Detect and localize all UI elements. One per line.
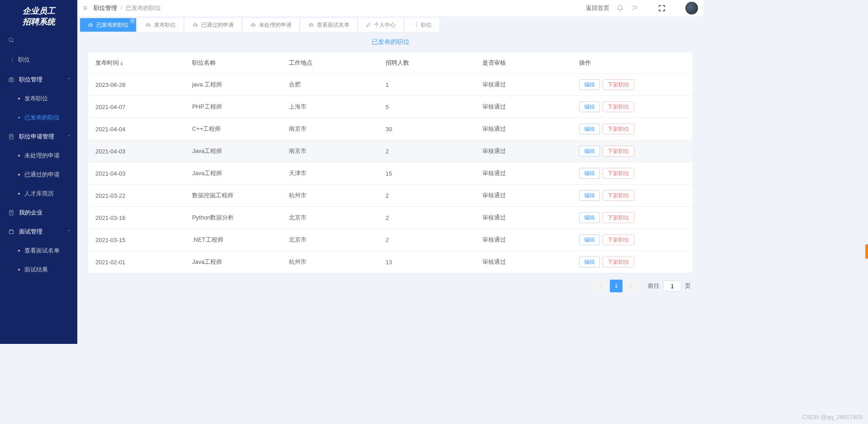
menu-icon [8, 229, 14, 235]
car-icon [308, 22, 314, 28]
remove-button[interactable]: 下架职位 [603, 146, 634, 157]
menu-collapse-icon[interactable] [83, 5, 89, 11]
menu-item-1-2[interactable]: 人才库简历 [0, 184, 77, 203]
edit-button[interactable]: 编辑 [579, 212, 600, 223]
cell-count: 2 [378, 140, 475, 162]
svg-rect-14 [89, 24, 93, 26]
breadcrumb-sep: / [121, 5, 123, 11]
remove-button[interactable]: 下架职位 [603, 124, 634, 134]
menu-icon [8, 76, 14, 83]
svg-rect-2 [9, 78, 14, 82]
sidebar-search[interactable] [0, 33, 77, 49]
cell-actions: 编辑下架职位 [572, 207, 693, 229]
tab-5[interactable]: 个人中心 [359, 18, 403, 32]
remove-button[interactable]: 下架职位 [603, 101, 634, 112]
menu-item-label: 发布职位 [24, 95, 48, 103]
table-row: 2021-03-15.NET工程师北京市2审核通过编辑下架职位 [88, 229, 693, 251]
bell-icon[interactable] [617, 5, 624, 12]
table-row: 2021-04-03Java工程师天津市15审核通过编辑下架职位 [88, 162, 693, 185]
menu-group-label: 我的企业 [19, 209, 42, 217]
cell-date: 2021-04-07 [88, 96, 185, 118]
dot-icon [18, 174, 20, 176]
menu-group-2[interactable]: 我的企业 [0, 203, 77, 222]
cell-audit: 审核通过 [475, 118, 572, 140]
fullscreen-icon[interactable] [658, 5, 665, 12]
tab-bar: 已发布的职位×发布职位已通过的申请未处理的申请查看面试名单个人中心〈职位 [77, 16, 703, 32]
cell-name: C++工程师 [185, 118, 282, 140]
remove-button[interactable]: 下架职位 [603, 212, 634, 223]
menu-group-1[interactable]: 职位申请管理˄ [0, 127, 77, 146]
cell-audit: 审核通过 [475, 207, 572, 229]
goto-input[interactable] [663, 281, 681, 291]
col-0[interactable]: 发布时间▲▼ [88, 52, 185, 74]
cell-name: Python数据分析 [185, 207, 282, 229]
tab-label: 已通过的申请 [201, 21, 234, 29]
svg-rect-10 [9, 231, 13, 234]
menu-item-3-0[interactable]: 查看面试名单 [0, 241, 77, 260]
cell-loc: 上海市 [282, 96, 378, 118]
sidebar-back[interactable]: 〈 职位 [0, 49, 77, 70]
cell-actions: 编辑下架职位 [572, 185, 693, 207]
menu-item-label: 未处理的申请 [24, 152, 60, 160]
edit-button[interactable]: 编辑 [579, 234, 600, 245]
edit-button[interactable]: 编辑 [579, 190, 600, 201]
col-label: 招聘人数 [386, 59, 409, 66]
cell-actions: 编辑下架职位 [572, 118, 693, 140]
edit-button[interactable]: 编辑 [579, 101, 600, 112]
cell-name: java 工程师 [185, 74, 282, 96]
tab-0[interactable]: 已发布的职位× [80, 18, 136, 32]
cell-name: Java工程师 [185, 140, 282, 162]
page-number-1[interactable]: 1 [610, 280, 623, 292]
tools-icon[interactable] [631, 5, 638, 12]
edit-button[interactable]: 编辑 [579, 146, 600, 157]
close-icon[interactable]: × [130, 18, 135, 24]
menu-group-3[interactable]: 面试管理˄ [0, 222, 77, 241]
tab-label: 发布职位 [154, 21, 176, 29]
tab-1[interactable]: 发布职位 [138, 18, 183, 32]
tab-4[interactable]: 查看面试名单 [301, 18, 357, 32]
edit-button[interactable]: 编辑 [579, 257, 600, 267]
edit-button[interactable]: 编辑 [579, 79, 600, 90]
avatar[interactable] [685, 2, 698, 14]
table-row: 2021-03-22数据挖掘工程师杭州市2审核通过编辑下架职位 [88, 185, 693, 207]
cell-loc: 南京市 [282, 118, 378, 140]
svg-rect-20 [193, 24, 198, 26]
breadcrumb-l2: 已发布的职位 [126, 5, 161, 11]
tab-label: 未处理的申请 [259, 21, 292, 29]
edit-button[interactable]: 编辑 [579, 124, 600, 134]
table-row: 2021-04-03Java工程师南京市2审核通过编辑下架职位 [88, 140, 693, 162]
menu-item-0-1[interactable]: 已发布的职位 [0, 108, 77, 127]
remove-button[interactable]: 下架职位 [603, 234, 634, 245]
menu-item-3-1[interactable]: 面试结果 [0, 260, 77, 279]
app-title-line2: 招聘系统 [0, 16, 77, 27]
remove-button[interactable]: 下架职位 [603, 168, 634, 179]
tab-6[interactable]: 〈职位 [405, 18, 439, 32]
menu-item-1-0[interactable]: 未处理的申请 [0, 146, 77, 165]
sidebar: 企业员工 招聘系统 〈 职位 职位管理˄发布职位已发布的职位职位申请管理˄未处理… [0, 0, 77, 344]
cell-date: 2021-04-03 [88, 162, 185, 185]
app-logo: 企业员工 招聘系统 [0, 0, 77, 33]
chevron-up-icon: ˄ [68, 77, 70, 82]
page-next[interactable]: 〉 [626, 280, 639, 292]
menu-group-0[interactable]: 职位管理˄ [0, 70, 77, 89]
col-label: 发布时间 [95, 59, 119, 66]
remove-button[interactable]: 下架职位 [603, 257, 634, 267]
menu-item-1-1[interactable]: 已通过的申请 [0, 165, 77, 184]
tab-3[interactable]: 未处理的申请 [243, 18, 299, 32]
menu-group-label: 职位申请管理 [19, 133, 54, 141]
edit-button[interactable]: 编辑 [579, 168, 600, 179]
menu-item-0-0[interactable]: 发布职位 [0, 89, 77, 108]
cell-date: 2021-02-01 [88, 251, 185, 273]
remove-button[interactable]: 下架职位 [603, 190, 634, 201]
col-label: 工作地点 [289, 59, 312, 66]
remove-button[interactable]: 下架职位 [603, 79, 634, 90]
cell-name: PHP工程师 [185, 96, 282, 118]
topbar: 职位管理 / 已发布的职位 返回首页 [77, 0, 703, 16]
sort-icon[interactable]: ▲▼ [120, 61, 123, 66]
breadcrumb-l1[interactable]: 职位管理 [94, 5, 117, 11]
page-prev[interactable]: 〈 [594, 280, 606, 292]
tab-2[interactable]: 已通过的申请 [185, 18, 241, 32]
home-link[interactable]: 返回首页 [586, 4, 609, 12]
edit-icon [366, 22, 371, 28]
cell-date: 2021-03-16 [88, 207, 185, 229]
